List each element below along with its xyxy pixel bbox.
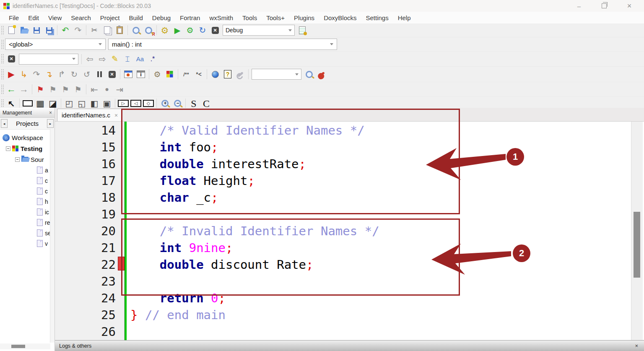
shape-diamond-button[interactable]: ◇: [142, 98, 155, 109]
open-file-button[interactable]: [18, 25, 30, 36]
menu-file[interactable]: File: [4, 13, 23, 23]
paste-button[interactable]: [113, 25, 126, 36]
tab-identifiernames[interactable]: identifierNames.c ×: [57, 109, 122, 121]
collapse-icon[interactable]: [15, 157, 20, 162]
tree-item-file[interactable]: a: [0, 165, 55, 175]
find-button[interactable]: [130, 25, 142, 36]
shape-arrow-left-button[interactable]: ◁: [130, 98, 142, 109]
project-tree[interactable]: ⌂WorkspaceTestingSouracchicresev: [0, 130, 55, 351]
code-editor[interactable]: 14 /* Valid Identifier Names */15 int fo…: [55, 122, 644, 341]
scrollbar-thumb[interactable]: [11, 345, 25, 348]
debug-continue-button[interactable]: ▶: [5, 69, 18, 80]
align-bottomleft-button[interactable]: ◱: [75, 98, 88, 109]
abort-button[interactable]: ✕: [209, 25, 221, 36]
editor-vertical-scrollbar[interactable]: [631, 122, 643, 341]
next-instruction-button[interactable]: ↻: [68, 69, 80, 80]
jump-back-button[interactable]: ⇤: [88, 84, 101, 95]
tree-item-file[interactable]: v: [0, 238, 55, 249]
build-and-run-button[interactable]: ⚙: [184, 25, 196, 36]
letter-c-button[interactable]: C: [200, 98, 213, 109]
stop-debug-button[interactable]: ✕: [106, 69, 118, 80]
step-into-instruction-button[interactable]: ↺: [80, 69, 93, 80]
menu-fortran[interactable]: Fortran: [175, 13, 205, 23]
examine-memory-button[interactable]: ⚙: [151, 69, 164, 80]
build-target-combobox[interactable]: Debug: [223, 25, 295, 36]
undo-button[interactable]: ↶: [59, 25, 72, 36]
clear-search-button[interactable]: ✕: [5, 54, 18, 65]
tabs-scroll-right-button[interactable]: ▸: [47, 119, 54, 128]
menu-doxyblocks[interactable]: DoxyBlocks: [319, 13, 361, 23]
run-button[interactable]: ▶: [171, 25, 184, 36]
tree-item-file[interactable]: c: [0, 175, 55, 186]
pause-debug-button[interactable]: [93, 69, 106, 80]
management-close-button[interactable]: ×: [49, 110, 52, 116]
logs-panel-header[interactable]: Logs & others ×: [55, 340, 644, 351]
target-options-button[interactable]: [296, 25, 309, 36]
shape-arrow-right-button[interactable]: ▷: [117, 98, 130, 109]
menu-plugins[interactable]: Plugins: [289, 13, 319, 23]
menu-help[interactable]: Help: [393, 13, 415, 23]
tree-item-file[interactable]: ic: [0, 207, 55, 217]
run-to-cursor-button[interactable]: ↳: [18, 69, 30, 80]
tree-item-file[interactable]: se: [0, 228, 55, 238]
close-button[interactable]: ×: [626, 2, 633, 10]
save-all-button[interactable]: [43, 25, 55, 36]
script-combo-combobox[interactable]: [252, 69, 301, 80]
align-fill-button[interactable]: ▣: [101, 98, 113, 109]
scrollbar-thumb[interactable]: [634, 212, 640, 278]
search-text-combobox[interactable]: [19, 54, 78, 65]
panel-horizontal-scrollbar[interactable]: [0, 343, 50, 349]
search-next-button[interactable]: ⇨: [96, 54, 109, 65]
doxy-block-comment-button[interactable]: /**: [180, 69, 192, 80]
doxy-config-button[interactable]: [234, 69, 247, 80]
scope-combobox[interactable]: <global>: [5, 39, 106, 50]
zoom-out-button[interactable]: −: [171, 98, 184, 109]
menu-build[interactable]: Build: [125, 13, 148, 23]
tabs-scroll-left-button[interactable]: ◂: [1, 119, 8, 128]
debug-info-button[interactable]: i: [135, 69, 147, 80]
build-button[interactable]: ⚙: [158, 25, 171, 36]
tree-item-workspace[interactable]: ⌂Workspace: [0, 132, 55, 143]
grid-half-button[interactable]: ◪: [47, 98, 59, 109]
menu-search[interactable]: Search: [66, 13, 96, 23]
clear-browse-marks-button[interactable]: ⚑: [72, 84, 84, 95]
configure-tools-button[interactable]: [315, 69, 328, 80]
menu-view[interactable]: View: [44, 13, 66, 23]
align-topleft-button[interactable]: ◰: [63, 98, 75, 109]
menu-tools[interactable]: Tools: [238, 13, 262, 23]
tree-item-file[interactable]: h: [0, 196, 55, 207]
step-into-button[interactable]: ↴: [43, 69, 55, 80]
doxy-line-comment-button[interactable]: *<: [192, 69, 205, 80]
prev-browse-mark-button[interactable]: ⚑: [47, 84, 59, 95]
menu-edit[interactable]: Edit: [23, 13, 44, 23]
align-left-button[interactable]: ◧: [88, 98, 101, 109]
next-line-button[interactable]: ↷: [30, 69, 43, 80]
pointer-button[interactable]: ↖: [5, 98, 18, 109]
collapse-icon[interactable]: [6, 146, 10, 151]
zoom-in-button[interactable]: +: [158, 98, 171, 109]
insert-frame-button[interactable]: [21, 98, 34, 109]
menu-project[interactable]: Project: [96, 13, 125, 23]
step-out-button[interactable]: ↱: [55, 69, 68, 80]
tree-item-file[interactable]: c: [0, 186, 55, 196]
restore-button[interactable]: [600, 3, 608, 10]
menu-tools[interactable]: Tools+: [262, 13, 289, 23]
browse-forward-button[interactable]: →: [18, 84, 30, 95]
next-browse-mark-button[interactable]: ⚑: [59, 84, 72, 95]
minimize-button[interactable]: –: [575, 3, 583, 10]
save-button[interactable]: [30, 25, 43, 36]
tree-item-project-testing[interactable]: Testing: [0, 143, 55, 154]
selected-text-only-button[interactable]: ⌶: [121, 54, 134, 65]
panel-vertical-scrollbar[interactable]: [50, 129, 55, 343]
tree-item-folder-sources[interactable]: Sour: [0, 154, 55, 165]
wxsmith-button[interactable]: [164, 69, 176, 80]
tab-projects[interactable]: Projects: [8, 120, 47, 127]
menu-wxsmith[interactable]: wxSmith: [205, 13, 238, 23]
symbol-search-button[interactable]: [303, 69, 315, 80]
search-prev-button[interactable]: ⇦: [83, 54, 96, 65]
jump-record-button[interactable]: ●: [101, 84, 113, 95]
function-combobox[interactable]: main() : int: [108, 39, 337, 50]
jump-forward-button[interactable]: ⇥: [113, 84, 126, 95]
debugging-windows-button[interactable]: [122, 69, 135, 80]
regex-button[interactable]: .*: [146, 54, 159, 65]
